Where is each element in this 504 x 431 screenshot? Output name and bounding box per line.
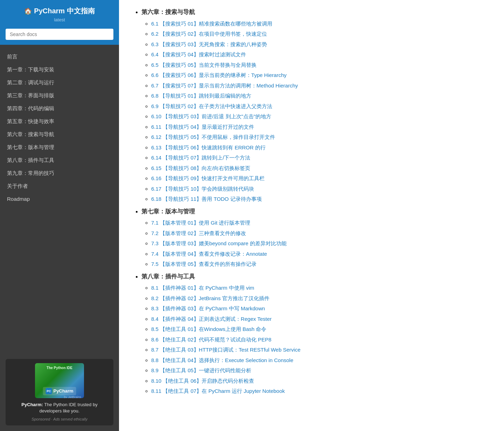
sub-link-2-4[interactable]: 8.5 【绝佳工具 01】在Windows上使用 Bash 命令 [151,326,266,332]
sub-link-0-9[interactable]: 6.10 【导航技巧 03】前进/后退 到上次"点击"的地方 [151,113,271,119]
sidebar-title-text: PyCharm 中文指南 [34,6,94,16]
sub-link-1-2[interactable]: 7.3 【版本管理 03】媲美beyond compare 的差异对比功能 [151,240,287,246]
sub-item-0-1: 6.2 【搜索技巧 02】在项目中使用书签，快速定位 [151,29,490,38]
sub-link-1-3[interactable]: 7.4 【版本管理 04】查看文件修改记录：Annotate [151,251,267,257]
sub-item-0-13: 6.14 【导航技巧 07】跳转到上/下一个方法 [151,153,490,162]
sub-link-2-7[interactable]: 8.8 【绝佳工具 04】选择执行：Execute Selection in C… [151,357,293,363]
sub-link-0-1[interactable]: 6.2 【搜索技巧 02】在项目中使用书签，快速定位 [151,31,267,37]
sub-item-0-11: 6.12 【导航技巧 05】不使用鼠标，操作目录打开文件 [151,133,490,142]
sidebar: 🏠 PyCharm 中文指南 latest 前言第一章：下载与安装第二章：调试与… [0,0,119,431]
sub-item-0-10: 6.11 【导航技巧 04】显示最近打开过的文件 [151,122,490,132]
sub-link-0-15[interactable]: 6.16 【导航技巧 09】快速打开文件可用的工具栏 [151,175,265,181]
pc-icon: PC [46,388,52,394]
sub-list-1: 7.1 【版本管理 01】使用 Git 进行版本管理7.2 【版本管理 02】三… [141,218,490,269]
sub-item-0-8: 6.9 【导航技巧 02】在子类方法中快速进入父类方法 [151,102,490,111]
sub-link-2-10[interactable]: 8.11 【绝佳工具 07】在 PyCharm 运行 Jupyter Noteb… [151,388,285,394]
sub-link-1-0[interactable]: 7.1 【版本管理 01】使用 Git 进行版本管理 [151,220,250,226]
sub-item-1-3: 7.4 【版本管理 04】查看文件修改记录：Annotate [151,249,490,259]
sub-link-0-3[interactable]: 6.4 【搜索技巧 04】搜索时过滤测试文件 [151,51,246,57]
sidebar-item-ch1[interactable]: 第一章：下载与安装 [0,63,119,76]
ad-box: The Python IDE PC PyCharm by JetBrains P… [6,359,113,425]
sub-link-0-13[interactable]: 6.14 【导航技巧 07】跳转到上/下一个方法 [151,155,250,161]
sidebar-item-ch6[interactable]: 第六章：搜索与导航 [0,128,119,141]
sub-list-2: 8.1 【插件神器 01】在 PyCharm 中使用 vim8.2 【插件神器 … [141,283,490,396]
chapter-title-2: 第八章：插件与工具 [141,273,195,280]
sub-item-0-2: 6.3 【搜索技巧 03】无死角搜索：搜索的八种姿势 [151,40,490,49]
sidebar-item-ch2[interactable]: 第二章：调试与运行 [0,76,119,89]
chapter-item-2: 第八章：插件与工具8.1 【插件神器 01】在 PyCharm 中使用 vim8… [141,271,490,396]
search-input[interactable] [6,29,113,40]
sub-item-1-2: 7.3 【版本管理 03】媲美beyond compare 的差异对比功能 [151,239,490,248]
sidebar-item-ch7[interactable]: 第七章：版本与管理 [0,141,119,154]
sub-item-0-3: 6.4 【搜索技巧 04】搜索时过滤测试文件 [151,50,490,59]
sidebar-version: latest [6,17,113,22]
sidebar-item-about[interactable]: 关于作者 [0,180,119,193]
sub-item-0-9: 6.10 【导航技巧 03】前进/后退 到上次"点击"的地方 [151,112,490,121]
sub-item-0-6: 6.7 【搜索技巧 07】显示当前方法的调用树：Method Hierarchy [151,81,490,90]
sub-item-2-2: 8.3 【插件神器 03】在 PyCharm 中写 Markdown [151,304,490,313]
sidebar-item-preface[interactable]: 前言 [0,50,119,63]
sub-item-0-15: 6.16 【导航技巧 09】快速打开文件可用的工具栏 [151,174,490,183]
ad-image: The Python IDE PC PyCharm by JetBrains [35,363,84,398]
chapter-list: 第六章：搜索与导航6.1 【搜索技巧 01】精准搜索函数在哪些地方被调用6.2 … [133,7,490,396]
sidebar-item-roadmap[interactable]: Roadmap [0,193,119,205]
sub-link-0-16[interactable]: 6.17 【导航技巧 10】学会跨级别跳转代码块 [151,186,254,192]
sub-link-0-7[interactable]: 6.8 【导航技巧 01】跳转到最后编辑的地方 [151,93,251,99]
sub-item-0-16: 6.17 【导航技巧 10】学会跨级别跳转代码块 [151,184,490,193]
sidebar-item-ch9[interactable]: 第九章：常用的技巧 [0,167,119,180]
sub-link-0-12[interactable]: 6.13 【导航技巧 06】快速跳转到有 ERROR 的行 [151,144,266,150]
sub-item-2-5: 8.6 【绝佳工具 02】代码不规范？试试自动化 PEP8 [151,335,490,344]
sub-link-2-5[interactable]: 8.6 【绝佳工具 02】代码不规范？试试自动化 PEP8 [151,337,271,342]
sub-link-2-0[interactable]: 8.1 【插件神器 01】在 PyCharm 中使用 vim [151,285,254,291]
sub-item-0-14: 6.15 【导航技巧 08】向左/向右切换标签页 [151,164,490,173]
sub-link-2-8[interactable]: 8.9 【绝佳工具 05】一键进行代码性能分析 [151,367,251,373]
chapter-title-0: 第六章：搜索与导航 [141,9,195,15]
sub-link-2-6[interactable]: 8.7 【绝佳工具 03】HTTP接口调试：Test RESTful Web S… [151,347,300,353]
sub-item-1-0: 7.1 【版本管理 01】使用 Git 进行版本管理 [151,218,490,227]
sidebar-item-ch8[interactable]: 第八章：插件与工具 [0,154,119,167]
sub-link-0-6[interactable]: 6.7 【搜索技巧 07】显示当前方法的调用树：Method Hierarchy [151,83,298,89]
sub-link-0-8[interactable]: 6.9 【导航技巧 02】在子类方法中快速进入父类方法 [151,103,272,109]
home-icon: 🏠 [24,7,32,15]
sub-link-1-4[interactable]: 7.5 【版本管理 05】查看文件的所有操作记录 [151,261,257,267]
ad-sponsored: Sponsored · Ads served ethically [10,417,109,421]
ad-description: PyCharm: The Python IDE trusted by devel… [10,402,109,414]
sub-item-0-12: 6.13 【导航技巧 06】快速跳转到有 ERROR 的行 [151,143,490,152]
sub-item-2-1: 8.2 【插件神器 02】JetBrains 官方推出了汉化插件 [151,294,490,303]
sub-item-0-5: 6.6 【搜索技巧 06】显示当前类的继承树：Type Hierarchy [151,71,490,80]
sub-link-2-9[interactable]: 8.10 【绝佳工具 06】开启静态代码分析检查 [151,378,254,384]
sidebar-nav: 前言第一章：下载与安装第二章：调试与运行第三章：界面与排版第四章：代码的编辑第五… [0,45,119,355]
sub-item-1-4: 7.5 【版本管理 05】查看文件的所有操作记录 [151,260,490,269]
sub-item-0-0: 6.1 【搜索技巧 01】精准搜索函数在哪些地方被调用 [151,19,490,28]
sub-link-0-10[interactable]: 6.11 【导航技巧 04】显示最近打开过的文件 [151,124,254,130]
sub-link-0-11[interactable]: 6.12 【导航技巧 05】不使用鼠标，操作目录打开文件 [151,134,275,140]
chapter-item-1: 第七章：版本与管理7.1 【版本管理 01】使用 Git 进行版本管理7.2 【… [141,206,490,269]
sub-link-0-2[interactable]: 6.3 【搜索技巧 03】无死角搜索：搜索的八种姿势 [151,41,267,47]
sub-item-0-17: 6.18 【导航技巧 11】善用 TODO 记录待办事项 [151,195,490,204]
sub-link-0-14[interactable]: 6.15 【导航技巧 08】向左/向右切换标签页 [151,165,250,171]
search-container [0,26,119,45]
sidebar-header: 🏠 PyCharm 中文指南 latest [0,0,119,26]
sub-item-0-7: 6.8 【导航技巧 01】跳转到最后编辑的地方 [151,91,490,100]
sub-link-2-2[interactable]: 8.3 【插件神器 03】在 PyCharm 中写 Markdown [151,305,265,311]
sub-link-0-17[interactable]: 6.18 【导航技巧 11】善用 TODO 记录待办事项 [151,196,262,202]
chapter-item-0: 第六章：搜索与导航6.1 【搜索技巧 01】精准搜索函数在哪些地方被调用6.2 … [141,7,490,204]
sidebar-item-ch4[interactable]: 第四章：代码的编辑 [0,102,119,115]
chapter-title-1: 第七章：版本与管理 [141,208,195,215]
main-content: 第六章：搜索与导航6.1 【搜索技巧 01】精准搜索函数在哪些地方被调用6.2 … [119,0,504,431]
sub-link-1-1[interactable]: 7.2 【版本管理 02】三种查看文件的修改 [151,230,246,236]
sub-link-0-0[interactable]: 6.1 【搜索技巧 01】精准搜索函数在哪些地方被调用 [151,21,272,27]
sidebar-item-ch5[interactable]: 第五章：快捷与效率 [0,115,119,128]
sidebar-item-ch3[interactable]: 第三章：界面与排版 [0,89,119,102]
sidebar-title: 🏠 PyCharm 中文指南 [6,6,113,16]
sub-link-0-5[interactable]: 6.6 【搜索技巧 06】显示当前类的继承树：Type Hierarchy [151,72,287,78]
sub-item-2-7: 8.8 【绝佳工具 04】选择执行：Execute Selection in C… [151,356,490,365]
sub-item-2-0: 8.1 【插件神器 01】在 PyCharm 中使用 vim [151,283,490,292]
sub-item-2-6: 8.7 【绝佳工具 03】HTTP接口调试：Test RESTful Web S… [151,345,490,354]
sub-link-2-3[interactable]: 8.4 【插件神器 04】正则表达式测试：Regex Tester [151,316,272,322]
sub-link-2-1[interactable]: 8.2 【插件神器 02】JetBrains 官方推出了汉化插件 [151,295,270,301]
sub-link-0-4[interactable]: 6.5 【搜索技巧 05】当前文件替换与全局替换 [151,62,257,68]
sub-item-0-4: 6.5 【搜索技巧 05】当前文件替换与全局替换 [151,61,490,70]
ad-desc-text: The Python IDE trusted by developers lik… [40,402,98,414]
ad-brand: PyCharm: [21,402,43,407]
